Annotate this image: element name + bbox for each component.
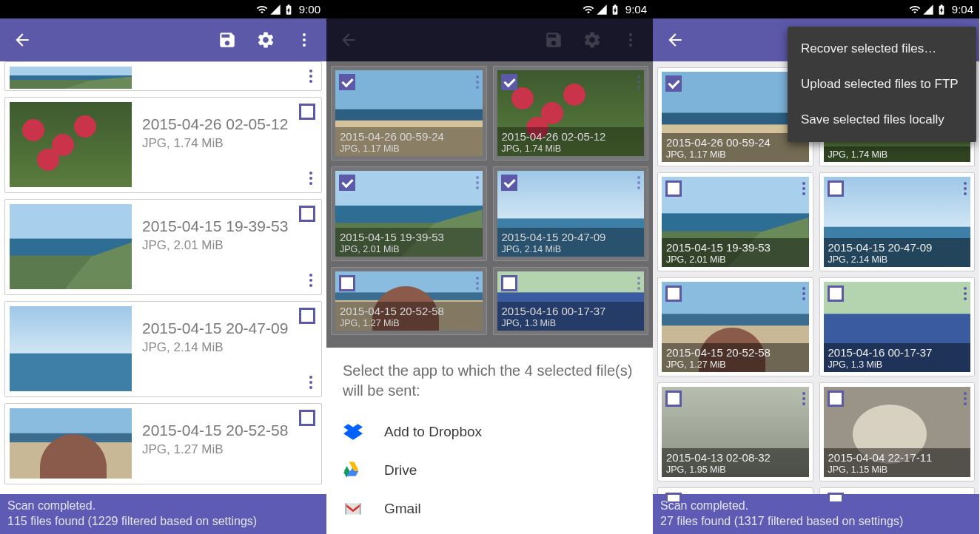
signal-icon (596, 4, 608, 16)
status-footer: Scan completed. 27 files found (1317 fil… (653, 494, 979, 534)
arrow-back-icon (665, 30, 685, 50)
thumbnail (10, 306, 132, 391)
battery-charging-icon (936, 4, 947, 16)
file-grid-item[interactable]: 2015-04-26 02-05-12JPG, 1.74 MiB (493, 66, 649, 160)
wifi-icon (256, 4, 268, 16)
signal-icon (269, 4, 281, 16)
file-list-item[interactable]: 2015-04-26 02-05-12 JPG, 1.74 MiB (4, 97, 322, 193)
gmail-icon (343, 498, 363, 519)
file-grid-item[interactable]: 2015-04-13 02-08-32JPG, 1.95 MiB (657, 382, 813, 481)
item-more-button[interactable] (306, 373, 315, 392)
arrow-back-icon (13, 30, 32, 50)
file-meta: JPG, 2.01 MiB (142, 238, 309, 253)
item-more-button[interactable] (474, 275, 480, 291)
select-checkbox[interactable] (299, 410, 315, 426)
select-checkbox[interactable] (299, 308, 315, 324)
battery-charging-icon (609, 4, 621, 16)
screen-overflow-menu: 9:04 2015-04-26 00-59-24JPG, 1.17 MiB JP… (653, 0, 979, 534)
file-grid-item[interactable]: 2015-04-15 20-52-58JPG, 1.27 MiB (331, 267, 487, 335)
drive-icon (343, 460, 363, 481)
menu-save-locally[interactable]: Save selected files locally (788, 102, 976, 138)
select-checkbox[interactable] (339, 175, 355, 191)
file-grid-item[interactable]: 2015-04-16 00-17-37JPG, 1.3 MiB (819, 277, 976, 376)
share-target-label: Drive (384, 462, 417, 479)
screen-share-sheet: 9:04 2015-04-26 00-59-24JPG, 1.17 MiB 20… (326, 0, 653, 534)
file-grid-item[interactable]: 2015-04-16 00-17-37JPG, 1.3 MiB (493, 267, 649, 335)
overflow-popup-menu: Recover selected files… Upload selected … (788, 27, 976, 142)
select-checkbox[interactable] (501, 74, 517, 90)
item-more-button[interactable] (636, 74, 642, 90)
select-checkbox[interactable] (501, 275, 517, 291)
select-checkbox[interactable] (828, 493, 844, 501)
share-target-label: Add to Dropbox (384, 424, 482, 440)
footer-line1: Scan completed. (7, 498, 319, 514)
file-list: 2015-04-26 02-05-12 JPG, 1.74 MiB 2015-0… (0, 61, 326, 501)
file-meta: JPG, 1.27 MiB (142, 442, 309, 457)
file-name: 2015-04-15 20-47-09 (142, 320, 309, 337)
item-more-button[interactable] (801, 285, 807, 302)
select-checkbox[interactable] (828, 285, 844, 302)
file-grid-item[interactable]: 2015-04-15 20-47-09JPG, 2.14 MiB (493, 166, 649, 261)
sheet-title: Select the app to which the 4 selected f… (326, 348, 653, 413)
item-more-button[interactable] (801, 391, 807, 407)
file-grid-item[interactable]: 2015-04-15 20-47-09JPG, 2.14 MiB (819, 172, 976, 271)
file-grid-item[interactable]: 2015-04-15 19-39-53JPG, 2.01 MiB (331, 166, 487, 261)
item-more-button[interactable] (636, 275, 642, 291)
select-checkbox[interactable] (665, 391, 682, 407)
footer-line2: 115 files found (1229 filtered based on … (7, 514, 319, 530)
gear-icon (256, 30, 275, 50)
item-more-button[interactable] (636, 175, 642, 191)
share-target-gmail[interactable]: Gmail (326, 490, 653, 528)
file-grid-item[interactable]: 2015-04-15 20-52-58JPG, 1.27 MiB (657, 277, 813, 376)
footer-line2: 27 files found (1317 filtered based on s… (660, 514, 972, 530)
footer-line1: Scan completed. (660, 498, 972, 514)
select-checkbox[interactable] (665, 285, 682, 302)
select-checkbox[interactable] (339, 275, 355, 291)
menu-upload-ftp[interactable]: Upload selected files to FTP (788, 67, 976, 102)
select-checkbox[interactable] (339, 74, 355, 90)
screen-list-view: 9:00 2015-04-26 02-05-12 JPG, 1.74 MiB (0, 0, 326, 534)
status-bar: 9:00 (0, 0, 326, 18)
file-list-item[interactable] (4, 61, 322, 91)
overflow-menu-button[interactable] (288, 24, 320, 56)
select-checkbox[interactable] (828, 180, 844, 197)
select-checkbox[interactable] (665, 75, 682, 92)
select-checkbox[interactable] (828, 391, 844, 407)
share-target-dropbox[interactable]: Add to Dropbox (326, 413, 653, 451)
file-list-item[interactable]: 2015-04-15 20-47-09 JPG, 2.14 MiB (4, 301, 322, 397)
item-more-button[interactable] (306, 67, 315, 86)
item-more-button[interactable] (474, 74, 480, 90)
item-more-button[interactable] (962, 391, 968, 407)
item-more-button[interactable] (474, 175, 480, 191)
item-more-button[interactable] (306, 271, 315, 290)
item-more-button[interactable] (801, 180, 807, 197)
status-bar: 9:04 (326, 0, 653, 18)
save-button[interactable] (211, 24, 244, 56)
file-meta: JPG, 1.74 MiB (142, 136, 309, 151)
battery-charging-icon (283, 4, 295, 16)
share-target-drive[interactable]: Drive (326, 451, 653, 490)
file-list-item[interactable]: 2015-04-15 19-39-53 JPG, 2.01 MiB (4, 199, 322, 295)
file-name: 2015-04-26 02-05-12 (142, 115, 309, 133)
file-list-item[interactable]: 2015-04-15 20-52-58 JPG, 1.27 MiB (4, 403, 322, 484)
select-checkbox[interactable] (665, 493, 682, 501)
back-button[interactable] (659, 24, 691, 56)
thumbnail (10, 102, 132, 187)
file-grid-item[interactable]: 2015-04-04 22-17-11JPG, 1.15 MiB (819, 382, 976, 481)
item-more-button[interactable] (306, 169, 315, 188)
item-more-button[interactable] (962, 180, 968, 197)
back-button[interactable] (6, 24, 38, 56)
save-icon (218, 30, 237, 50)
file-grid-item[interactable]: 2015-04-26 00-59-24JPG, 1.17 MiB (331, 66, 487, 160)
file-grid-item[interactable]: 2015-04-15 19-39-53JPG, 2.01 MiB (657, 172, 813, 271)
select-checkbox[interactable] (299, 104, 315, 120)
menu-recover-selected[interactable]: Recover selected files… (788, 31, 976, 67)
item-more-button[interactable] (962, 285, 968, 302)
select-checkbox[interactable] (299, 206, 315, 222)
share-bottom-sheet: Select the app to which the 4 selected f… (326, 348, 653, 534)
select-checkbox[interactable] (501, 175, 517, 191)
select-checkbox[interactable] (665, 180, 682, 197)
settings-button[interactable] (249, 24, 282, 56)
status-time: 9:00 (299, 3, 320, 16)
status-time: 9:04 (625, 3, 647, 16)
